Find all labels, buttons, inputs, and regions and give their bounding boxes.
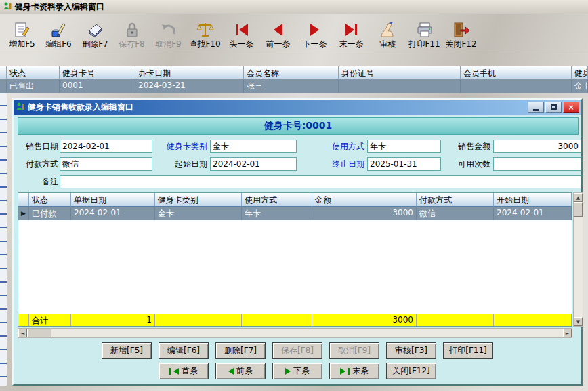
member-col-id-no[interactable]: 身份证号 <box>339 66 461 79</box>
cell-phone <box>461 79 572 93</box>
scroll-left-button[interactable]: ◄ <box>18 329 27 337</box>
remark-field[interactable] <box>60 175 581 188</box>
member-col-issue-date[interactable]: 办卡日期 <box>135 66 244 79</box>
toolbar-audit-button[interactable]: 审核 <box>370 16 406 50</box>
toolbar-edit-button[interactable]: 编辑F6 <box>41 16 77 50</box>
first-row-button[interactable]: 首条 <box>159 363 209 379</box>
total-amount: 3000 <box>312 314 417 326</box>
maximize-button[interactable] <box>545 102 562 113</box>
pay-cell-amount: 3000 <box>312 207 417 220</box>
pay-method-field[interactable] <box>60 157 152 171</box>
payment-grid-hscrollbar[interactable]: ◄ ► <box>18 328 572 338</box>
usage-mode-label: 使用方式 <box>322 140 364 153</box>
pay-cell-usage: 年卡 <box>242 207 312 220</box>
usable-times-field[interactable] <box>493 157 581 171</box>
vscroll-thumb[interactable] <box>574 202 583 217</box>
member-col-name[interactable]: 会员名称 <box>244 66 339 79</box>
scroll-down-icon: ▼ <box>576 319 580 325</box>
new-button[interactable]: 新增[F5] <box>102 342 152 359</box>
print-button[interactable]: 打印[F11] <box>443 342 493 359</box>
edit-pen-icon <box>50 20 68 39</box>
member-row-selected[interactable]: 已售出 0001 2024-03-21 张三 金卡 <box>0 79 588 93</box>
member-col-selector <box>0 66 7 79</box>
hscroll-track[interactable] <box>51 329 563 337</box>
cell-name: 张三 <box>244 79 339 93</box>
toolbar-print-button[interactable]: 打印F11 <box>406 16 442 50</box>
next-icon <box>285 368 291 375</box>
start-date-field[interactable] <box>210 157 297 171</box>
payment-grid-total-row: 合计 1 3000 <box>18 314 572 326</box>
app-window: 健身卡资料录入编辑窗口 增加F5 编辑F6 删除F7 保存F8 <box>0 0 588 391</box>
hscroll-thumb[interactable] <box>27 329 51 337</box>
payment-row-selected[interactable]: ▶ 已付款 2024-02-01 金卡 年卡 3000 微信 2024-02-0… <box>18 207 572 220</box>
next-record-icon <box>310 20 319 39</box>
cell-card-no: 0001 <box>60 79 135 93</box>
member-col-status[interactable]: 状态 <box>7 66 60 79</box>
close-icon: × <box>568 103 574 112</box>
card-type-label: 健身卡类别 <box>154 140 207 153</box>
pay-col-doc-date[interactable]: 单据日期 <box>71 193 155 207</box>
toolbar-find-button[interactable]: 查找F10 <box>187 16 223 50</box>
printer-icon <box>416 20 434 39</box>
payment-grid-vscrollbar[interactable]: ▲ ▼ <box>573 192 583 327</box>
edit-button[interactable]: 编辑[F6] <box>159 342 209 359</box>
member-col-card-type[interactable]: 健身 <box>572 66 588 79</box>
minimize-icon <box>533 109 539 111</box>
scroll-up-button[interactable]: ▲ <box>574 193 583 202</box>
first-icon <box>169 368 171 375</box>
dialog-title: 健身卡销售收款录入编辑窗口 <box>28 102 525 113</box>
end-date-label: 终止日期 <box>322 157 364 171</box>
usable-times-label: 可用次数 <box>453 157 490 171</box>
usage-mode-field[interactable] <box>367 140 441 153</box>
cell-card-type: 金卡 <box>572 79 588 93</box>
member-grid-header: 状态 健身卡号 办卡日期 会员名称 身份证号 会员手机 健身 <box>0 66 588 79</box>
minimize-button[interactable] <box>528 102 544 113</box>
toolbar-delete-button[interactable]: 删除F7 <box>77 16 113 50</box>
sale-date-field[interactable] <box>60 140 152 153</box>
toolbar-first-record-button[interactable]: 头一条 <box>224 16 259 50</box>
member-col-phone[interactable]: 会员手机 <box>461 66 572 79</box>
toolbar-close-button[interactable]: 关闭F12 <box>443 16 479 50</box>
next-row-button[interactable]: 下条 <box>272 363 322 379</box>
cell-status: 已售出 <box>7 79 60 93</box>
pay-col-usage[interactable]: 使用方式 <box>242 193 312 207</box>
member-grid: 状态 健身卡号 办卡日期 会员名称 身份证号 会员手机 健身 已售出 0001 … <box>0 66 588 93</box>
member-col-card-no[interactable]: 健身卡号 <box>60 66 135 79</box>
last-row-button[interactable]: 末条 <box>329 363 379 379</box>
pay-col-start-date[interactable]: 开始日期 <box>494 193 572 207</box>
toolbar-add-button[interactable]: 增加F5 <box>4 16 40 50</box>
scroll-down-button[interactable]: ▼ <box>574 317 583 326</box>
toolbar-last-record-button[interactable]: 末一条 <box>333 16 369 50</box>
prev-row-button[interactable]: 前条 <box>215 363 266 379</box>
end-date-field[interactable] <box>367 157 441 171</box>
vscroll-track[interactable] <box>574 217 583 317</box>
close-button[interactable]: × <box>563 102 579 113</box>
scroll-right-button[interactable]: ► <box>563 329 572 337</box>
sale-amount-field[interactable] <box>493 140 581 153</box>
close-dialog-button[interactable]: 关闭[F12] <box>386 363 436 379</box>
pay-col-amount[interactable]: 金额 <box>312 193 417 207</box>
exit-icon <box>453 20 470 39</box>
pay-col-pay-method[interactable]: 付款方式 <box>417 193 494 207</box>
card-type-field[interactable] <box>210 140 297 153</box>
pay-col-card-type[interactable]: 健身卡类别 <box>155 193 242 207</box>
cell-issue-date: 2024-03-21 <box>135 79 244 93</box>
toolbar-prev-record-button[interactable]: 前一条 <box>260 16 296 50</box>
toolbar-next-record-button[interactable]: 下一条 <box>297 16 333 50</box>
pay-method-label: 付款方式 <box>18 157 58 171</box>
dialog-icon <box>16 102 25 113</box>
audit-button[interactable]: 审核[F3] <box>386 342 436 359</box>
pay-cell-status: 已付款 <box>29 207 71 220</box>
payment-grid-empty-area <box>18 220 572 314</box>
sale-amount-label: 销售金额 <box>453 140 490 153</box>
eraser-icon <box>87 20 104 39</box>
dialog-body: 健身卡号:0001 销售日期 健身卡类别 使用方式 销售金额 付款方式 起始日期… <box>14 115 581 384</box>
member-grid-row-selector-strip <box>0 93 7 386</box>
save-button: 保存[F8] <box>272 342 322 359</box>
card-number-banner: 健身卡号:0001 <box>18 117 579 135</box>
delete-button[interactable]: 删除[F7] <box>215 342 266 359</box>
dialog-buttons-row1: 新增[F5] 编辑[F6] 删除[F7] 保存[F8] 取消[F9] 审核[F3… <box>14 342 581 359</box>
pay-col-status[interactable]: 状态 <box>29 193 71 207</box>
dialog-titlebar[interactable]: 健身卡销售收款录入编辑窗口 × <box>14 100 581 115</box>
audit-icon <box>379 20 397 39</box>
